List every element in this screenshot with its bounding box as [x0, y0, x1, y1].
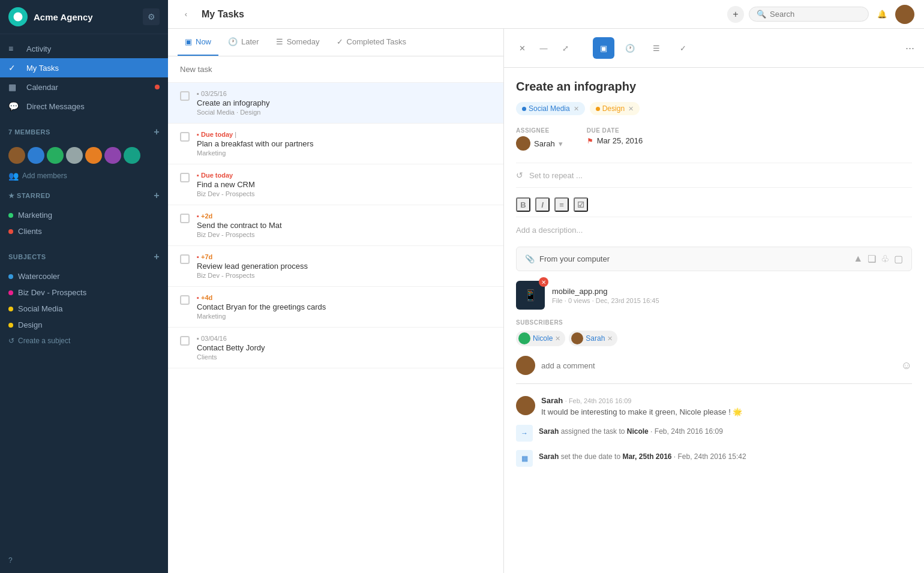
flag-icon: ▪ [197, 131, 199, 138]
search-box[interactable]: 🔍 [749, 7, 869, 22]
minimize-detail-button[interactable]: — [535, 40, 552, 56]
tab-completed[interactable]: ✓ Completed Tasks [329, 29, 413, 56]
task-checkbox[interactable] [180, 254, 190, 264]
flag-icon: ▪ [197, 172, 199, 179]
attachment-from-computer[interactable]: 📎 From your computer [525, 254, 610, 263]
task-item[interactable]: ▪ Due today Find a new CRM Biz Dev - Pro… [168, 164, 503, 205]
dropbox-icon[interactable]: ❏ [868, 253, 876, 265]
subscriber-remove-sarah[interactable]: ✕ [607, 335, 613, 343]
bullet-list-button[interactable]: ≡ [554, 197, 569, 212]
sidebar-item-my-tasks[interactable]: ✓ My Tasks [0, 58, 168, 77]
collapse-sidebar-button[interactable]: ‹ [178, 6, 194, 23]
detail-more-button[interactable]: ··· [905, 42, 914, 55]
app-logo [8, 7, 28, 26]
sidebar-item-social-media[interactable]: Social Media [0, 301, 168, 317]
design-dot [8, 323, 13, 328]
tag-design[interactable]: Design ✕ [590, 102, 640, 115]
subscriber-name-nicole: Nicole [533, 334, 553, 343]
member-avatar-2[interactable] [28, 147, 44, 164]
sidebar-item-calendar[interactable]: ▦ Calendar [0, 77, 168, 97]
task-checkbox[interactable] [180, 91, 190, 101]
sidebar-item-watercooler[interactable]: Watercooler [0, 268, 168, 284]
tag-remove-icon[interactable]: ✕ [628, 105, 634, 113]
description-input[interactable]: Add a description... [516, 223, 912, 237]
biz-dev-label: Biz Dev - Prospects [18, 288, 86, 297]
sidebar-item-design[interactable]: Design [0, 317, 168, 333]
settings-button[interactable]: ⚙ [143, 8, 160, 25]
task-checkbox[interactable] [180, 295, 190, 305]
due-date-label: DUE DATE [587, 127, 643, 134]
view-list-button[interactable]: ☰ [646, 37, 667, 59]
comment-input[interactable] [541, 361, 895, 370]
evernote-icon[interactable]: ♧ [881, 253, 889, 265]
help-icon[interactable]: ? [8, 556, 13, 565]
sidebar-item-marketing[interactable]: Marketing [0, 207, 168, 223]
member-avatar-3[interactable] [47, 147, 64, 164]
notification-button[interactable]: 🔔 [874, 6, 890, 23]
add-starred-icon[interactable]: + [154, 190, 160, 201]
sidebar-item-biz-dev[interactable]: Biz Dev - Prospects [0, 284, 168, 301]
view-timeline-button[interactable]: 🕐 [619, 37, 641, 59]
design-label: Design [18, 320, 42, 329]
watercooler-label: Watercooler [18, 272, 60, 281]
sidebar-item-activity[interactable]: ≡ Activity [0, 39, 168, 58]
bold-button[interactable]: B [516, 197, 530, 212]
task-item[interactable]: ▪ 03/04/16 Contact Betty Jordy Clients [168, 328, 503, 368]
add-members-button[interactable]: 👥 Add members [0, 167, 168, 184]
subscriber-avatar-nicole [518, 332, 530, 344]
task-item[interactable]: ▪ 03/25/16 Create an infography Social M… [168, 83, 503, 124]
italic-button[interactable]: I [535, 197, 550, 212]
task-item[interactable]: ▪ +2d Send the contract to Mat Biz Dev -… [168, 205, 503, 246]
tag-social-media[interactable]: Social Media ✕ [516, 102, 585, 115]
member-avatar-4[interactable] [66, 147, 83, 164]
view-detail-button[interactable]: ▣ [593, 37, 614, 59]
tag-dot [596, 107, 600, 111]
task-checkbox[interactable] [180, 336, 190, 346]
members-count-label: 7 MEMBERS [8, 128, 50, 136]
detail-panel: ✕ — ⤢ ▣ 🕐 ☰ ✓ ··· Create an infography S… [504, 29, 924, 573]
tag-remove-icon[interactable]: ✕ [574, 105, 579, 113]
create-subject-button[interactable]: ↺ Create a subject [0, 333, 168, 349]
tag-dot [522, 107, 526, 111]
add-member-icon[interactable]: + [154, 127, 160, 137]
add-task-button[interactable]: + [727, 6, 744, 23]
close-detail-button[interactable]: ✕ [514, 40, 530, 56]
flag-icon: ⚑ [587, 137, 593, 145]
expand-detail-button[interactable]: ⤢ [557, 40, 574, 56]
view-check-button[interactable]: ✓ [672, 37, 694, 59]
google-drive-icon[interactable]: ▲ [853, 253, 863, 265]
tab-later[interactable]: 🕐 Later [221, 29, 266, 56]
content-area: ▣ Now 🕐 Later ☰ Someday ✓ Completed Task… [168, 29, 924, 573]
sidebar-item-direct-messages[interactable]: 💬 Direct Messages [0, 97, 168, 116]
sidebar-item-clients[interactable]: Clients [0, 223, 168, 239]
new-task-input[interactable] [180, 65, 491, 74]
sidebar: Acme Agency ⚙ ≡ Activity ✓ My Tasks ▦ Ca… [0, 0, 168, 573]
member-avatar-6[interactable] [104, 147, 121, 164]
new-task-row[interactable] [168, 56, 503, 83]
box-icon[interactable]: ▢ [894, 253, 903, 265]
assignee-dropdown-icon[interactable]: ▾ [559, 139, 563, 148]
task-item[interactable]: ▪ Due today | Plan a breakfast with our … [168, 124, 503, 164]
member-avatar-7[interactable] [124, 147, 140, 164]
add-subject-icon[interactable]: + [154, 251, 160, 262]
task-item[interactable]: ▪ +4d Contact Bryan for the greetings ca… [168, 287, 503, 328]
clients-dot [8, 229, 13, 234]
member-avatar-5[interactable] [85, 147, 102, 164]
task-checkbox[interactable] [180, 214, 190, 223]
tab-now[interactable]: ▣ Now [178, 29, 218, 56]
task-content: ▪ +7d Review lead generation process Biz… [197, 253, 491, 279]
member-avatar-1[interactable] [8, 147, 25, 164]
emoji-button[interactable]: ☺ [901, 359, 912, 372]
tab-someday[interactable]: ☰ Someday [269, 29, 327, 56]
file-close-button[interactable]: ✕ [539, 277, 548, 287]
subscriber-remove-nicole[interactable]: ✕ [555, 335, 560, 343]
file-name: mobile_app.png [552, 287, 912, 296]
task-checkbox[interactable] [180, 173, 190, 182]
task-checkbox[interactable] [180, 132, 190, 142]
sidebar-header: Acme Agency ⚙ [0, 0, 168, 34]
search-input[interactable] [770, 10, 861, 19]
checklist-button[interactable]: ☑ [574, 197, 588, 212]
task-item[interactable]: ▪ +7d Review lead generation process Biz… [168, 246, 503, 287]
task-subject: Social Media · Design [197, 109, 491, 116]
user-avatar[interactable] [895, 5, 914, 24]
